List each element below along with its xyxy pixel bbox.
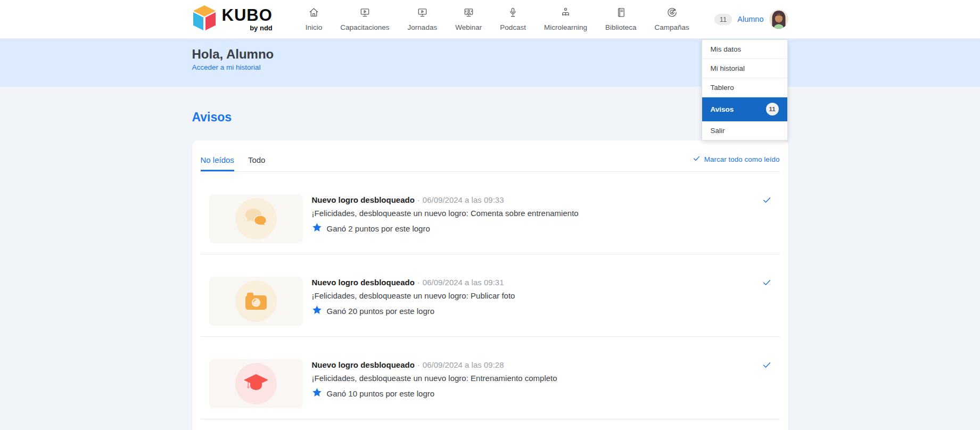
microlearning-icon: [560, 7, 571, 20]
notification-item: Nuevo logro desbloqueado·06/09/2024 a la…: [201, 337, 780, 419]
achievement-icon-tile: [209, 194, 303, 243]
nav-item-biblioteca[interactable]: Biblioteca: [605, 7, 637, 31]
trainings-monitor-icon: [359, 7, 370, 20]
main-nav: Inicio Capacitaciones Jornadas Webinar: [306, 7, 689, 31]
user-name-link[interactable]: Alumno: [737, 15, 763, 23]
nav-item-jornadas[interactable]: Jornadas: [408, 7, 438, 31]
brand-logo[interactable]: KUBO by ndd: [192, 5, 273, 34]
tab-no-leidos[interactable]: No leídos: [201, 155, 234, 171]
notification-date: 06/09/2024 a las 09:28: [423, 360, 504, 369]
topbar: KUBO by ndd Inicio Capacitaciones: [0, 0, 980, 39]
nav-item-capacitaciones[interactable]: Capacitaciones: [340, 7, 389, 31]
page-title: Avisos: [192, 110, 788, 125]
notification-points: Ganó 2 puntos por este logro: [327, 224, 430, 233]
mark-all-read-button[interactable]: Marcar todo como leído: [693, 154, 780, 171]
notification-message: ¡Felicidades, desbloqueaste un nuevo log…: [312, 374, 557, 383]
tab-todo[interactable]: Todo: [248, 155, 266, 171]
nav-item-inicio[interactable]: Inicio: [306, 7, 323, 31]
notifications-tabs: No leídos Todo: [201, 155, 266, 171]
sessions-monitor-icon: [417, 7, 428, 20]
mark-read-button[interactable]: [761, 359, 772, 373]
nav-item-campanas[interactable]: Campañas: [655, 7, 689, 31]
star-icon: [312, 305, 322, 317]
notifications-card-header: No leídos Todo Marcar todo como leído: [201, 140, 780, 172]
book-icon: [615, 7, 627, 20]
notification-title: Nuevo logro desbloqueado: [312, 278, 415, 287]
menu-item-tablero[interactable]: Tablero: [702, 78, 787, 97]
main-content: Avisos No leídos Todo Marcar todo como l…: [0, 87, 980, 430]
mark-read-button[interactable]: [761, 194, 772, 208]
notification-date: 06/09/2024 a las 09:31: [423, 278, 504, 287]
check-icon: [693, 154, 701, 164]
user-area: 11 Alumno: [714, 10, 788, 29]
graduation-cap-icon: [235, 363, 277, 404]
brand-sub: by ndd: [250, 24, 273, 32]
menu-item-avisos[interactable]: Avisos 11: [702, 97, 787, 121]
user-avatar[interactable]: [769, 10, 788, 29]
chat-bubbles-icon: [235, 198, 277, 239]
menu-item-mi-historial[interactable]: Mi historial: [702, 59, 787, 78]
microphone-icon: [507, 7, 518, 20]
home-icon: [308, 7, 319, 20]
nav-item-microlearning[interactable]: Microlearning: [544, 7, 587, 31]
webinar-icon: [463, 7, 474, 20]
menu-item-mis-datos[interactable]: Mis datos: [702, 40, 787, 59]
mark-read-button[interactable]: [761, 277, 772, 290]
star-icon: [312, 387, 322, 399]
achievement-icon-tile: [209, 359, 303, 408]
achievement-icon-tile: [209, 277, 303, 326]
nav-item-podcast[interactable]: Podcast: [500, 7, 526, 31]
nav-item-webinar[interactable]: Webinar: [455, 7, 482, 31]
notification-points: Ganó 20 puntos por este logro: [327, 307, 435, 316]
greeting-text: Hola, Alumno: [192, 47, 788, 62]
notification-title: Nuevo logro desbloqueado: [312, 195, 415, 204]
notification-item: Nuevo logro desbloqueado·06/09/2024 a la…: [201, 172, 780, 254]
greeting-banner: Hola, Alumno Acceder a mi historial: [0, 39, 980, 87]
notification-message: ¡Felicidades, desbloqueaste un nuevo log…: [312, 209, 579, 218]
notification-title: Nuevo logro desbloqueado: [312, 360, 415, 369]
avisos-count-badge: 11: [766, 103, 779, 115]
menu-item-salir[interactable]: Salir: [702, 121, 787, 140]
notification-date: 06/09/2024 a las 09:33: [423, 195, 504, 204]
kubo-cube-icon: [192, 5, 217, 34]
target-icon: [666, 7, 678, 20]
brand-name: KUBO: [222, 7, 273, 23]
notification-item: Nuevo logro desbloqueado·06/09/2024 a la…: [201, 254, 780, 337]
user-menu: Mis datos Mi historial Tablero Avisos 11…: [702, 39, 788, 140]
notifications-card: No leídos Todo Marcar todo como leído: [192, 140, 788, 430]
history-link[interactable]: Acceder a mi historial: [192, 63, 261, 71]
star-icon: [312, 222, 322, 234]
notification-message: ¡Felicidades, desbloqueaste un nuevo log…: [312, 291, 515, 300]
notification-points: Ganó 10 puntos por este logro: [327, 389, 435, 398]
camera-icon: [235, 280, 277, 322]
notification-count-badge: 11: [714, 14, 732, 25]
